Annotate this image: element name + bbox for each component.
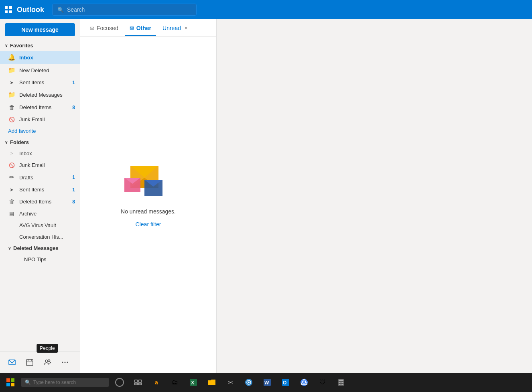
svg-point-9: [45, 360, 48, 362]
empty-state: No unread messages. Clear filter: [80, 37, 216, 373]
other-tab-icon: ✉: [130, 25, 134, 31]
bell-icon: 🔔: [8, 54, 15, 61]
npo-label: NPO Tips: [24, 256, 75, 262]
taskbar-outlook-app[interactable]: O: [278, 374, 294, 390]
junk-fav-label: Junk Email: [19, 116, 75, 122]
tab-other[interactable]: ✉ Other: [125, 19, 156, 36]
clear-filter-link[interactable]: Clear filter: [136, 221, 161, 227]
sidebar-item-deleted-messages-fav[interactable]: 📁 Deleted Messages: [0, 88, 80, 101]
svg-rect-3: [9, 10, 12, 13]
svg-text:X: X: [191, 380, 194, 386]
new-message-button[interactable]: New message: [5, 23, 75, 36]
tabs-bar: ✉ Focused ✉ Other Unread ✕: [80, 19, 216, 37]
focused-tab-icon: ✉: [90, 25, 94, 31]
sidebar-item-avg[interactable]: AVG Virus Vault: [0, 219, 80, 231]
deleted-items-fav-badge: 8: [72, 105, 75, 110]
sent-folder-label: Sent Items: [19, 187, 68, 193]
svg-rect-43: [339, 380, 343, 381]
sidebar-item-npo-tips[interactable]: NPO Tips: [0, 254, 80, 265]
svg-rect-29: [138, 383, 142, 385]
taskbar-search-input[interactable]: [33, 380, 97, 385]
people-nav-icon[interactable]: People: [40, 355, 55, 370]
svg-rect-1: [9, 6, 12, 9]
taskbar-word[interactable]: W: [259, 374, 275, 390]
topbar: Outlook 🔍: [0, 0, 532, 19]
junk-icon: 🚫: [8, 117, 15, 122]
favorites-section-header[interactable]: ∨ Favorites: [0, 40, 80, 51]
focused-tab-label: Focused: [97, 25, 118, 31]
svg-text:O: O: [283, 380, 286, 386]
taskbar-explorer[interactable]: 🗂: [167, 374, 183, 390]
sidebar-item-sent-items-fav[interactable]: ➤ Sent Items 1: [0, 77, 80, 88]
taskbar-scissors[interactable]: ✂: [222, 374, 238, 390]
deleted-messages-fav-label: Deleted Messages: [19, 92, 75, 98]
inbox-folder-label: Inbox: [19, 150, 75, 156]
taskbar-chrome[interactable]: [296, 374, 312, 390]
deleted-messages-section-header[interactable]: ∨ Deleted Messages: [0, 243, 80, 254]
search-icon: 🔍: [57, 7, 64, 13]
app-logo: Outlook: [17, 6, 44, 14]
sidebar-item-archive[interactable]: ▤ Archive: [0, 208, 80, 219]
drafts-badge: 1: [72, 175, 75, 180]
sidebar-item-deleted-folder[interactable]: 🗑 Deleted Items 8: [0, 195, 80, 208]
svg-point-12: [65, 362, 66, 363]
svg-rect-28: [134, 383, 138, 385]
archive-icon: ▤: [8, 211, 15, 217]
svg-rect-0: [5, 6, 8, 9]
svg-rect-22: [11, 378, 14, 382]
other-tab-label: Other: [136, 25, 151, 31]
taskbar-search-icon: 🔍: [25, 380, 31, 385]
more-nav-icon[interactable]: [58, 355, 72, 370]
svg-rect-2: [5, 10, 8, 13]
taskbar-arcgis[interactable]: [241, 374, 257, 390]
taskbar-cortana[interactable]: [112, 374, 128, 390]
unread-tab-close-icon[interactable]: ✕: [184, 26, 188, 31]
tab-focused[interactable]: ✉ Focused: [85, 19, 123, 36]
search-input[interactable]: [67, 6, 191, 13]
sidebar-item-sent-folder[interactable]: ➤ Sent Items 1: [0, 184, 80, 195]
svg-rect-44: [339, 382, 340, 383]
calendar-nav-icon[interactable]: [22, 355, 37, 370]
tab-unread[interactable]: Unread ✕: [158, 19, 193, 36]
add-favorite-link[interactable]: Add favorite: [0, 125, 80, 137]
avg-label: AVG Virus Vault: [19, 222, 75, 228]
favorites-label: Favorites: [10, 43, 33, 49]
taskbar-taskview[interactable]: [130, 374, 146, 390]
taskbar-search-bar[interactable]: 🔍: [21, 378, 109, 387]
folders-section-header[interactable]: ∨ Folders: [0, 137, 80, 148]
pencil-icon: ✏: [8, 174, 15, 181]
sidebar-item-deleted-items-fav[interactable]: 🗑 Deleted Items 8: [0, 101, 80, 114]
mail-nav-icon[interactable]: [5, 355, 19, 370]
sidebar-item-inbox-fav[interactable]: 🔔 Inbox: [0, 51, 80, 64]
taskbar-calculator[interactable]: [333, 374, 349, 390]
folder-icon: 📁: [8, 67, 15, 74]
sidebar-item-drafts[interactable]: ✏ Drafts 1: [0, 171, 80, 184]
trash-icon: 🗑: [8, 104, 15, 111]
favorites-chevron-icon: ∨: [5, 43, 8, 48]
taskbar-amazon[interactable]: a: [148, 374, 164, 390]
taskbar-filemanager[interactable]: [204, 374, 220, 390]
deleted-messages-section-label: Deleted Messages: [13, 245, 59, 251]
search-bar[interactable]: 🔍: [52, 4, 197, 16]
sidebar-item-conversation[interactable]: Conversation His...: [0, 231, 80, 243]
svg-rect-26: [134, 380, 138, 382]
email-list-panel: ✉ Focused ✉ Other Unread ✕: [80, 19, 217, 373]
inbox-chevron-icon: >: [8, 151, 15, 156]
start-button[interactable]: [2, 374, 18, 390]
svg-point-25: [116, 378, 124, 386]
taskbar-excel[interactable]: X: [185, 374, 201, 390]
sidebar-item-junk-folder[interactable]: 🚫 Junk Email: [0, 159, 80, 171]
sent-folder-badge: 1: [72, 187, 75, 193]
folder2-icon: 📁: [8, 91, 15, 98]
app-container: New message ∨ Favorites 🔔 Inbox 📁 New De…: [0, 19, 532, 373]
sidebar-item-new-deleted[interactable]: 📁 New Deleted: [0, 64, 80, 77]
sent-items-fav-label: Sent Items: [19, 79, 68, 85]
sidebar-item-junk-fav[interactable]: 🚫 Junk Email: [0, 114, 80, 125]
svg-rect-45: [341, 382, 342, 383]
unread-tab-label: Unread: [162, 25, 181, 31]
svg-rect-48: [341, 384, 342, 385]
sidebar-item-inbox-folder[interactable]: > Inbox: [0, 148, 80, 159]
conversation-label: Conversation His...: [19, 234, 75, 240]
taskbar-avg[interactable]: 🛡: [315, 374, 331, 390]
grid-icon[interactable]: [5, 6, 12, 13]
